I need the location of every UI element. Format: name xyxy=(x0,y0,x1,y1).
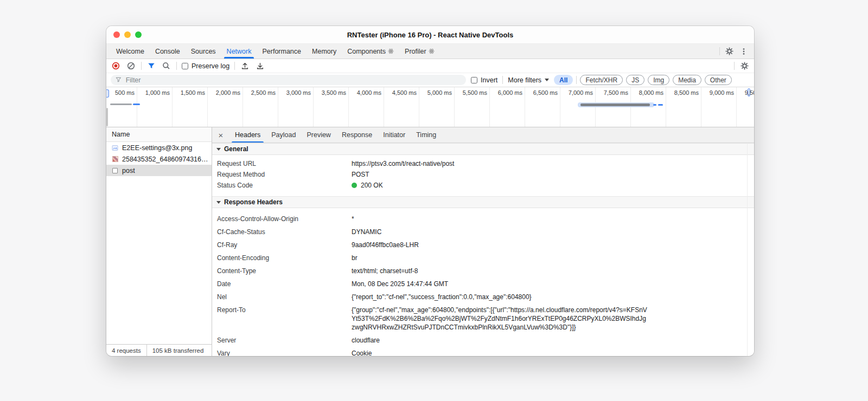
transferred-size: 105 kB transferred xyxy=(147,347,209,354)
header-row-access-control-allow-origin: Access-Control-Allow-Origin* xyxy=(212,212,754,225)
header-value: Mon, 08 Dec 2025 14:47:44 GMT xyxy=(352,280,448,288)
chevron-down-icon xyxy=(545,79,549,81)
header-row-report-to: Report-To{"group":"cf-nel","max_age":604… xyxy=(212,303,754,334)
icon-wrap xyxy=(112,156,118,163)
header-row-cf-cache-status: Cf-Cache-StatusDYNAMIC xyxy=(212,225,754,238)
close-detail-button[interactable]: × xyxy=(212,127,229,143)
record-network-log-button[interactable] xyxy=(111,61,121,71)
header-row-server: Servercloudflare xyxy=(212,334,754,347)
header-value: Cookie xyxy=(352,349,372,356)
disclosure-triangle-icon xyxy=(216,148,221,151)
timeline-tick-label: 7,500 ms xyxy=(592,89,628,96)
header-name: Content-Type xyxy=(217,267,352,275)
waterfall-segment xyxy=(133,104,140,106)
detail-tab-response[interactable]: Response xyxy=(336,127,378,143)
filter-chip-media[interactable]: Media xyxy=(673,75,701,85)
filter-chip-all[interactable]: All xyxy=(554,75,573,85)
header-name: Date xyxy=(217,280,352,288)
settings-gear-button[interactable] xyxy=(724,46,735,56)
header-value: DYNAMIC xyxy=(352,228,381,236)
preserve-log-control[interactable]: Preserve log xyxy=(182,62,229,70)
tab-sources[interactable]: Sources xyxy=(186,44,221,59)
tab-memory[interactable]: Memory xyxy=(307,44,342,59)
header-name: Nel xyxy=(217,293,352,301)
header-row-date: DateMon, 08 Dec 2025 14:47:44 GMT xyxy=(212,277,754,290)
more-filters-dropdown[interactable]: More filters xyxy=(508,76,549,84)
clear-network-log-button[interactable] xyxy=(126,61,136,71)
tab-performance[interactable]: Performance xyxy=(257,44,307,59)
filter-input-container[interactable] xyxy=(111,75,466,85)
header-value: br xyxy=(352,254,358,262)
timeline-tick-label: 3,000 ms xyxy=(275,89,311,96)
invert-control[interactable]: Invert xyxy=(471,76,497,84)
network-settings-gear-button[interactable] xyxy=(739,61,750,71)
tab-welcome[interactable]: Welcome xyxy=(111,44,150,59)
timeline-scrollbar[interactable] xyxy=(106,108,108,126)
disclosure-triangle-icon xyxy=(216,201,221,204)
tab-label: Components xyxy=(347,48,386,55)
header-name: Report-To xyxy=(217,306,352,332)
timeline-tick-label: 9,000 ms xyxy=(698,89,734,96)
import-har-button[interactable] xyxy=(240,61,250,71)
request-row-258435352-648609743160[interactable]: 258435352_648609743160... xyxy=(106,153,212,165)
tab-console[interactable]: Console xyxy=(150,44,186,59)
header-value: cloudflare xyxy=(352,336,380,345)
tab-profiler[interactable]: Profiler xyxy=(399,44,440,59)
section-title: General xyxy=(224,145,248,153)
maximize-window-button[interactable] xyxy=(135,31,142,38)
header-name: Status Code xyxy=(217,181,352,190)
network-status-bar: 4 requests 105 kB transferred xyxy=(106,344,212,356)
clear-icon xyxy=(127,62,135,70)
request-row-post[interactable]: post xyxy=(106,165,212,176)
more-options-kebab-button[interactable] xyxy=(739,47,749,56)
timeline-tick-label: 5,500 ms xyxy=(451,89,487,96)
detail-tab-initiator[interactable]: Initiator xyxy=(378,127,411,143)
detail-tab-preview[interactable]: Preview xyxy=(301,127,336,143)
timeline-tick-label: 8,000 ms xyxy=(628,89,663,96)
tab-label: Performance xyxy=(262,48,301,55)
header-row-request-url: Request URLhttps://ptsv3.com/t/react-nat… xyxy=(212,158,754,169)
more-filters-label: More filters xyxy=(508,76,541,84)
search-button[interactable] xyxy=(161,61,171,71)
tabbar-right-controls xyxy=(719,44,754,59)
filter-chip-other[interactable]: Other xyxy=(705,75,732,85)
minimize-window-button[interactable] xyxy=(124,31,131,38)
invert-checkbox[interactable] xyxy=(471,77,477,83)
export-har-button[interactable] xyxy=(255,61,265,71)
preserve-log-checkbox[interactable] xyxy=(182,63,188,69)
header-value: POST xyxy=(352,170,369,179)
filter-chip-fetch-xhr[interactable]: Fetch/XHR xyxy=(580,75,623,85)
filter-input[interactable] xyxy=(125,76,461,85)
network-overview-timeline[interactable]: 500 ms1,000 ms1,500 ms2,000 ms2,500 ms3,… xyxy=(106,87,754,127)
filter-funnel-icon xyxy=(148,62,155,70)
record-icon xyxy=(112,62,120,70)
header-value: 9aad0f46ffbc0ae8-LHR xyxy=(352,241,419,249)
divider xyxy=(176,62,177,70)
detail-tab-payload[interactable]: Payload xyxy=(266,127,301,143)
filter-chip-js[interactable]: JS xyxy=(626,75,644,85)
filter-chip-img[interactable]: Img xyxy=(648,75,669,85)
tab-components[interactable]: Components xyxy=(342,44,399,59)
tab-label: Welcome xyxy=(116,48,144,55)
section-header-response-headers[interactable]: Response Headers xyxy=(212,196,754,208)
divider xyxy=(502,76,503,84)
filter-toggle-button[interactable] xyxy=(146,61,156,71)
devtools-tab-strip: WelcomeConsoleSourcesNetworkPerformanceM… xyxy=(106,44,719,59)
close-window-button[interactable] xyxy=(113,31,120,38)
detail-tab-headers[interactable]: Headers xyxy=(229,127,266,143)
section-header-general[interactable]: General xyxy=(212,143,754,155)
header-name: Cf-Ray xyxy=(217,241,352,249)
devtools-window: RNTester (iPhone 16 Pro) - React Native … xyxy=(106,26,754,356)
name-column-header[interactable]: Name xyxy=(106,127,212,142)
filter-funnel-icon xyxy=(116,77,122,83)
header-name: Request Method xyxy=(217,170,352,179)
detail-tab-timing[interactable]: Timing xyxy=(411,127,442,143)
timeline-tick-label: 1,000 ms xyxy=(134,89,170,96)
header-row-nel: Nel{"report_to":"cf-nel","success_fracti… xyxy=(212,290,754,303)
tab-network[interactable]: Network xyxy=(221,44,257,59)
download-icon xyxy=(256,62,264,70)
timeline-tick-label: 4,500 ms xyxy=(381,89,417,96)
waterfall-segment xyxy=(658,104,663,106)
detail-tabs: HeadersPayloadPreviewResponseInitiatorTi… xyxy=(229,127,442,143)
request-row-e2ee-settings-3x-png[interactable]: E2EE-settings@3x.png xyxy=(106,142,212,153)
